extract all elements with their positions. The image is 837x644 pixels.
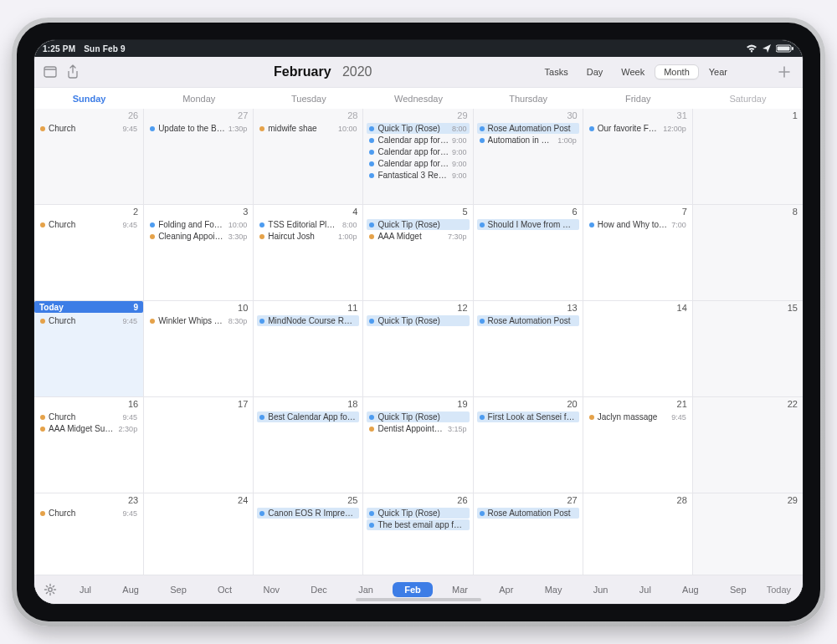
day-cell[interactable]: 8 <box>693 205 803 301</box>
month-pill-jan-6[interactable]: Jan <box>347 582 385 597</box>
event-item[interactable]: Dentist Appointment Josh3:15p <box>367 423 469 434</box>
settings-gear-icon[interactable] <box>41 580 59 599</box>
toolbar-title[interactable]: February 2020 <box>118 64 528 79</box>
event-item[interactable]: Folding and Focus Mode (10:00 <box>147 219 249 230</box>
day-cell[interactable]: 3Folding and Focus Mode (10:00Cleaning A… <box>144 205 254 301</box>
day-cell[interactable]: 10Winkler Whips Meeting8:30p <box>144 301 254 397</box>
month-scrubber[interactable]: JulAugSepOctNovDecJanFebMarAprMayJunJulA… <box>63 582 763 597</box>
day-cell[interactable]: 5Quick Tip (Rose)AAA Midget7:30p <box>363 205 473 301</box>
event-item[interactable]: Best Calendar App for iPad (Josh) <box>257 411 359 422</box>
event-item[interactable]: The best email app for iPhone (Mi <box>367 519 469 530</box>
day-cell[interactable]: 29 <box>693 493 803 575</box>
day-cell[interactable]: 2Church9:45 <box>34 205 144 301</box>
event-item[interactable]: Quick Tip (Rose) <box>367 315 469 326</box>
event-item[interactable]: Calendar app for Mac updat9:00 <box>367 146 469 157</box>
event-item[interactable]: AAA Midget7:30p <box>367 231 469 242</box>
event-item[interactable]: Church9:45 <box>38 219 140 230</box>
day-cell[interactable]: 25Canon EOS R Impressions (Josh) <box>254 493 363 575</box>
month-pill-nov-4[interactable]: Nov <box>251 582 291 597</box>
event-item[interactable]: TSS Editorial Planning Call8:00 <box>257 219 359 230</box>
home-indicator[interactable] <box>356 598 481 601</box>
day-cell[interactable]: 31Our favorite Fantastical 312:00p <box>583 109 693 205</box>
month-pill-jul-0[interactable]: Jul <box>68 582 103 597</box>
day-cell[interactable]: 6Should I Move from Evernote to N <box>474 205 583 301</box>
event-item[interactable]: MindNode Course Release <box>257 315 359 326</box>
day-cell[interactable]: 12Quick Tip (Rose) <box>363 301 473 397</box>
event-item[interactable]: Rose Automation Post <box>477 315 579 326</box>
day-cell[interactable]: 16Church9:45AAA Midget Supervision?2:30p <box>34 397 144 493</box>
day-cell[interactable]: 27Update to the Best Mind M1:30p <box>144 109 254 205</box>
month-pill-may-10[interactable]: May <box>533 582 574 597</box>
event-item[interactable]: Fantastical 3 Review (Rose)9:00 <box>367 170 469 181</box>
share-icon[interactable] <box>66 64 80 79</box>
event-item[interactable]: First Look at Sensei for Mac (Mari <box>477 411 579 422</box>
month-pill-dec-5[interactable]: Dec <box>299 582 339 597</box>
day-cell[interactable]: 27Rose Automation Post <box>474 493 583 575</box>
event-item[interactable]: Haircut Josh1:00p <box>257 231 359 242</box>
day-cell[interactable]: 17 <box>144 397 254 493</box>
month-pill-sep-2[interactable]: Sep <box>158 582 198 597</box>
month-pill-oct-3[interactable]: Oct <box>206 582 244 597</box>
day-cell[interactable]: 20First Look at Sensei for Mac (Mari <box>474 397 583 493</box>
view-month[interactable]: Month <box>655 64 699 79</box>
day-cell[interactable]: 21Jaclyn massage9:45 <box>583 397 693 493</box>
month-pill-sep-14[interactable]: Sep <box>718 582 758 597</box>
month-pill-feb-7[interactable]: Feb <box>393 582 433 597</box>
day-cell[interactable]: 15 <box>693 301 803 397</box>
event-item[interactable]: Jaclyn massage9:45 <box>587 411 689 422</box>
event-item[interactable]: Our favorite Fantastical 312:00p <box>587 123 689 134</box>
event-item[interactable]: AAA Midget Supervision?2:30p <box>38 423 140 434</box>
day-cell[interactable]: 29Quick Tip (Rose)8:00Calendar app for i… <box>363 109 473 205</box>
day-cell[interactable]: 1 <box>693 109 803 205</box>
day-cell[interactable]: 13Rose Automation Post <box>474 301 583 397</box>
month-pill-aug-13[interactable]: Aug <box>670 582 711 597</box>
event-item[interactable]: Cleaning Appointment (Jos3:30p <box>147 231 249 242</box>
day-cell[interactable]: 22 <box>693 397 803 493</box>
month-pill-aug-1[interactable]: Aug <box>110 582 151 597</box>
today-button[interactable]: Today <box>767 585 796 595</box>
view-tasks[interactable]: Tasks <box>537 65 577 79</box>
add-event-button[interactable] <box>774 62 794 82</box>
day-cell[interactable]: 24 <box>144 493 254 575</box>
day-cell[interactable]: Today9Church9:45 <box>34 301 144 397</box>
calendar-today-icon[interactable] <box>43 64 58 79</box>
event-item[interactable]: Calendar app for Watch Upd9:00 <box>367 158 469 169</box>
view-week[interactable]: Week <box>613 65 653 79</box>
event-item[interactable]: Quick Tip (Rose) <box>367 219 469 230</box>
event-item[interactable]: Church9:45 <box>38 411 140 422</box>
event-item[interactable]: Automation in Fantastical 31:00p <box>477 135 579 146</box>
day-cell[interactable]: 28midwife shae10:00 <box>254 109 363 205</box>
view-year[interactable]: Year <box>701 65 736 79</box>
event-item[interactable]: Church9:45 <box>38 123 140 134</box>
event-item[interactable]: Winkler Whips Meeting8:30p <box>147 315 249 326</box>
day-cell[interactable]: 18Best Calendar App for iPad (Josh) <box>254 397 363 493</box>
month-pill-jul-12[interactable]: Jul <box>628 582 663 597</box>
day-cell[interactable]: 26Quick Tip (Rose)The best email app for… <box>363 493 473 575</box>
day-cell[interactable]: 4TSS Editorial Planning Call8:00Haircut … <box>254 205 363 301</box>
month-pill-mar-8[interactable]: Mar <box>440 582 480 597</box>
day-cell[interactable]: 28 <box>583 493 693 575</box>
event-item[interactable]: Quick Tip (Rose) <box>367 411 469 422</box>
event-item[interactable]: Canon EOS R Impressions (Josh) <box>257 508 359 519</box>
event-item[interactable]: Church9:45 <box>38 315 140 326</box>
month-scroll-area[interactable]: 26Church9:4527Update to the Best Mind M1… <box>34 109 803 575</box>
month-pill-apr-9[interactable]: Apr <box>487 582 525 597</box>
day-cell[interactable]: 26Church9:45 <box>34 109 144 205</box>
event-item[interactable]: Calendar app for iPhone Up9:00 <box>367 135 469 146</box>
event-item[interactable]: Quick Tip (Rose) <box>367 508 469 519</box>
day-cell[interactable]: 7How and Why to Find the Ti7:00 <box>583 205 693 301</box>
event-item[interactable]: How and Why to Find the Ti7:00 <box>587 219 689 230</box>
view-day[interactable]: Day <box>578 65 612 79</box>
day-cell[interactable]: 11MindNode Course Release <box>254 301 363 397</box>
event-item[interactable]: Church9:45 <box>38 508 140 519</box>
event-item[interactable]: Rose Automation Post <box>477 508 579 519</box>
day-cell[interactable]: 30Rose Automation PostAutomation in Fant… <box>474 109 583 205</box>
event-item[interactable]: Rose Automation Post <box>477 123 579 134</box>
event-item[interactable]: Quick Tip (Rose)8:00 <box>367 123 469 134</box>
day-cell[interactable]: 23Church9:45 <box>34 493 144 575</box>
event-item[interactable]: Should I Move from Evernote to N <box>477 219 579 230</box>
day-cell[interactable]: 19Quick Tip (Rose)Dentist Appointment Jo… <box>363 397 473 493</box>
day-cell[interactable]: 14 <box>583 301 693 397</box>
event-item[interactable]: Update to the Best Mind M1:30p <box>147 123 249 134</box>
event-item[interactable]: midwife shae10:00 <box>257 123 359 134</box>
